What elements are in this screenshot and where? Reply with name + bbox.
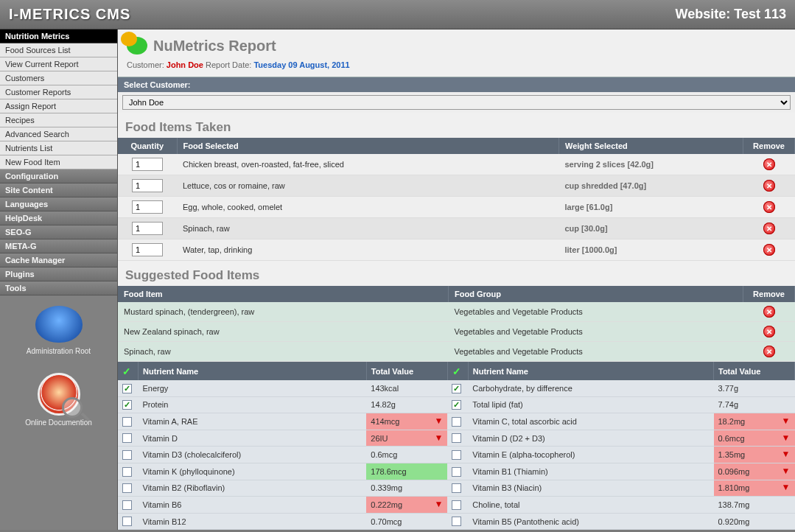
th-remove-sugg: Remove <box>743 286 795 302</box>
quantity-input[interactable] <box>132 222 163 235</box>
sidebar-section[interactable]: Plugins <box>0 267 117 281</box>
sidebar-admin-root[interactable]: Administration Root <box>0 295 117 363</box>
quantity-input[interactable] <box>132 200 163 214</box>
nutrient-checkbox[interactable] <box>122 400 132 410</box>
sidebar-item[interactable]: Recipes <box>0 113 117 127</box>
sidebar-item[interactable]: View Current Report <box>0 57 117 71</box>
nutrient-name-cell: Vitamin B3 (Niacin) <box>468 480 713 497</box>
nutrient-checkbox[interactable] <box>452 384 461 393</box>
nutrient-value-cell: 178.6mcg <box>366 463 447 480</box>
table-row: Spinach, rawcup [30.0g]✕ <box>118 218 795 239</box>
table-row: Vitamin A, RAE414mcg▼Vitamin C, total as… <box>118 413 795 430</box>
th-total-value-left: Total Value <box>366 362 447 380</box>
sidebar-section[interactable]: Configuration <box>0 169 117 183</box>
nutrient-name-cell: Vitamin B2 (Riboflavin) <box>139 480 367 497</box>
nutrient-value-cell: 138.7mg <box>714 497 795 514</box>
nutrient-checkbox[interactable] <box>122 384 132 393</box>
nav-nutrition-metrics[interactable]: Nutrition Metrics <box>0 29 117 43</box>
nutrient-value-cell: 0.6mcg▼ <box>714 430 795 447</box>
nutrient-checkbox[interactable] <box>122 467 132 477</box>
food-item-cell: New Zealand spinach, raw <box>118 322 449 342</box>
check-all-left-icon[interactable]: ✓ <box>122 365 133 377</box>
nutrient-checkbox[interactable] <box>452 433 461 443</box>
food-group-cell: Vegetables and Vegetable Products <box>449 342 743 362</box>
sidebar-item[interactable]: Advanced Search <box>0 127 117 141</box>
sidebar-online-doc[interactable]: Online Documention <box>0 363 117 434</box>
remove-button[interactable]: ✕ <box>763 223 775 234</box>
nutrient-value-cell: 414mcg▼ <box>366 413 447 430</box>
nutrient-checkbox[interactable] <box>452 517 461 526</box>
nutrient-checkbox[interactable] <box>452 500 461 510</box>
nutrient-checkbox[interactable] <box>452 467 461 477</box>
table-row: Lettuce, cos or romaine, rawcup shredded… <box>118 175 795 197</box>
quantity-input[interactable] <box>132 243 163 256</box>
arrow-down-icon: ▼ <box>782 483 791 491</box>
nutrient-checkbox[interactable] <box>452 483 461 493</box>
nutrient-name-cell: Vitamin B1 (Thiamin) <box>468 463 713 480</box>
nutrient-value-cell: 0.70mcg <box>366 513 447 530</box>
th-quantity: Quantity <box>118 138 177 154</box>
food-item-cell: Spinach, raw <box>118 342 449 362</box>
nutrient-checkbox[interactable] <box>452 400 461 410</box>
sidebar-section[interactable]: SEO-G <box>0 225 117 239</box>
sidebar-section[interactable]: META-G <box>0 239 117 253</box>
sidebar-item[interactable]: Food Sources List <box>0 43 117 57</box>
nutrient-checkbox[interactable] <box>122 517 132 526</box>
nutrient-name-cell: Vitamin D (D2 + D3) <box>468 430 713 447</box>
arrow-down-icon: ▼ <box>782 417 791 424</box>
sidebar-section[interactable]: Site Content <box>0 183 117 197</box>
sidebar-item[interactable]: Customers <box>0 71 117 85</box>
select-customer-dropdown[interactable]: John Doe <box>122 95 791 110</box>
nutrient-value-cell: 3.77g <box>714 380 795 396</box>
th-food-item: Food Item <box>118 286 449 302</box>
nutrient-name-cell: Energy <box>139 380 367 396</box>
table-row: Egg, whole, cooked, omeletlarge [61.0g]✕ <box>118 197 795 218</box>
table-row: Water, tap, drinkingliter [1000.0g]✕ <box>118 239 795 261</box>
nutrient-value-cell: 0.339mg <box>366 480 447 497</box>
nutrient-name-cell: Protein <box>139 396 367 413</box>
nutrient-checkbox[interactable] <box>122 483 132 493</box>
nutrient-checkbox[interactable] <box>452 450 461 460</box>
food-selected-cell: Egg, whole, cooked, omelet <box>177 197 559 218</box>
table-row: Vitamin D26IU▼Vitamin D (D2 + D3)0.6mcg▼ <box>118 430 795 447</box>
nutrient-checkbox[interactable] <box>122 417 132 427</box>
sidebar: Nutrition Metrics Food Sources ListView … <box>0 29 118 530</box>
sidebar-section[interactable]: Cache Manager <box>0 253 117 267</box>
nutrient-name-cell: Vitamin A, RAE <box>139 413 367 430</box>
meta-line: Customer: John Doe Report Date: Tuesday … <box>127 60 786 69</box>
th-nutrient-name-right: Nutrient Name <box>468 362 713 380</box>
sidebar-section[interactable]: Languages <box>0 197 117 211</box>
chat-bubble-icon <box>127 37 147 55</box>
sidebar-item[interactable]: Assign Report <box>0 99 117 113</box>
sidebar-item[interactable]: Customer Reports <box>0 85 117 99</box>
page-title: NuMetrics Report <box>153 38 276 55</box>
remove-button[interactable]: ✕ <box>763 244 775 256</box>
sidebar-item[interactable]: New Food Item <box>0 155 117 169</box>
nutrient-name-cell: Vitamin K (phylloquinone) <box>139 463 367 480</box>
quantity-input[interactable] <box>132 158 163 171</box>
sidebar-item[interactable]: Nutrients List <box>0 141 117 155</box>
nutrient-checkbox[interactable] <box>122 500 132 510</box>
remove-button[interactable]: ✕ <box>763 346 775 357</box>
check-all-right-icon[interactable]: ✓ <box>452 365 463 377</box>
remove-button[interactable]: ✕ <box>763 306 775 318</box>
meta-date-value: Tuesday 09 August, 2011 <box>253 60 349 69</box>
nutrient-name-cell: Vitamin B5 (Pantothenic acid) <box>468 513 713 530</box>
nutrient-checkbox[interactable] <box>122 433 132 443</box>
nutrient-name-cell: Vitamin C, total ascorbic acid <box>468 413 713 430</box>
arrow-down-icon: ▼ <box>782 467 791 475</box>
quantity-input[interactable] <box>132 179 163 192</box>
remove-button[interactable]: ✕ <box>763 158 775 170</box>
nutrient-checkbox[interactable] <box>122 450 132 460</box>
remove-button[interactable]: ✕ <box>763 180 775 192</box>
sidebar-section[interactable]: HelpDesk <box>0 211 117 225</box>
remove-button[interactable]: ✕ <box>763 326 775 337</box>
table-row: Protein14.82gTotal lipid (fat)7.74g <box>118 396 795 413</box>
remove-button[interactable]: ✕ <box>763 201 775 213</box>
weight-selected-cell: cup shredded [47.0g] <box>559 175 743 197</box>
nutrient-value-cell: 0.920mg <box>714 513 795 530</box>
nutrient-checkbox[interactable] <box>452 417 461 427</box>
arrow-down-icon: ▼ <box>782 450 791 458</box>
sidebar-section[interactable]: Tools <box>0 281 117 295</box>
table-row: Chicken breast, oven-roasted, fat-free, … <box>118 154 795 175</box>
